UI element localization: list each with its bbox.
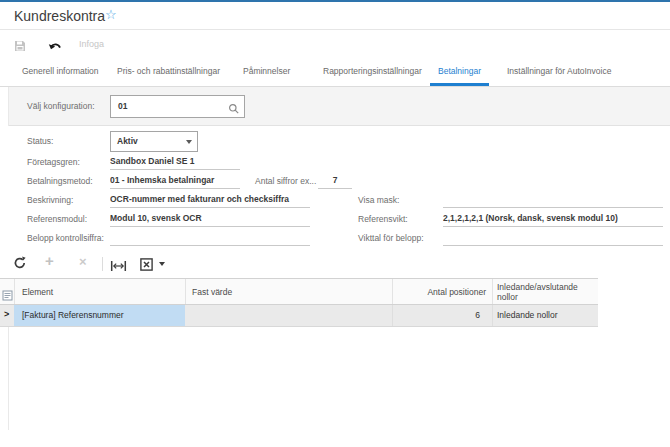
amount-weight-field[interactable] (443, 230, 663, 246)
tab-generell-information[interactable]: Generell information (22, 57, 99, 86)
title-bar: Kundreskontra ☆ (0, 2, 670, 30)
row-separator (492, 305, 493, 326)
page-title: Kundreskontra (14, 8, 105, 24)
tab-rapporteringsinstallningar[interactable]: Rapporteringsinställningar (323, 57, 422, 86)
column-header-antal-positioner[interactable]: Antal positioner (392, 287, 486, 297)
payment-settings-form: Status: Aktiv Företagsgren: Sandbox Dani… (0, 126, 670, 250)
tab-paminnelser[interactable]: Påminnelser (243, 57, 290, 86)
amount-check-label: Belopp kontrollsiffra: (27, 233, 104, 243)
app-window: Kundreskontra ☆ Infoga Generell informat… (0, 0, 670, 447)
save-icon[interactable] (14, 38, 26, 56)
amount-check-field[interactable] (110, 230, 310, 246)
tab-betalningar[interactable]: Betalningar (430, 57, 489, 86)
add-row-icon[interactable]: + (45, 252, 54, 269)
grid-toolbar: + × (0, 250, 670, 278)
grid-header: Element Fast värde Antal positioner Inle… (0, 278, 598, 305)
status-dropdown[interactable]: Aktiv (110, 131, 198, 152)
description-field[interactable]: OCR-nummer med fakturanr och checksiffra (110, 192, 310, 208)
cell-element-selected[interactable]: [Faktura] Referensnummer (14, 305, 185, 326)
action-toolbar: Infoga (0, 30, 670, 58)
tab-pris-och-rabatt[interactable]: Pris- och rabattinställningar (117, 57, 220, 86)
toolbar-divider (102, 257, 103, 271)
status-label: Status: (27, 136, 53, 146)
tab-bar: Generell information Pris- och rabattins… (0, 57, 670, 87)
notes-column-icon[interactable] (2, 287, 13, 305)
insert-button[interactable]: Infoga (79, 39, 104, 49)
excel-export-icon[interactable] (140, 257, 153, 275)
show-mask-label: Visa mask: (358, 195, 399, 205)
column-separator (185, 279, 186, 304)
payment-method-field[interactable]: 01 - Inhemska betalningar (110, 173, 240, 189)
reference-weight-label: Referensvikt: (358, 214, 408, 224)
undo-icon[interactable] (48, 39, 63, 57)
branch-field[interactable]: Sandbox Daniel SE 1 (110, 154, 240, 170)
branch-label: Företagsgren: (27, 157, 80, 167)
column-separator (14, 279, 15, 304)
column-header-nollor[interactable]: Inledande/avslutande nollor (497, 282, 593, 302)
export-chevron-down-icon[interactable] (159, 262, 165, 266)
column-header-fast-varde[interactable]: Fast värde (192, 287, 232, 297)
config-value: 01 (118, 101, 127, 111)
reference-module-field[interactable]: Modul 10, svensk OCR (110, 211, 310, 227)
column-header-element[interactable]: Element (22, 287, 53, 297)
reference-module-label: Referensmodul: (27, 214, 87, 224)
payment-method-label: Betalningsmetod: (27, 176, 93, 186)
config-input[interactable]: 01 (110, 95, 245, 118)
status-value: Aktiv (117, 136, 138, 146)
amount-weight-label: Vikttal för belopp: (358, 233, 424, 243)
chevron-down-icon (186, 140, 192, 144)
tab-installningar-autoinvoice[interactable]: Inställningar för AutoInvoice (507, 57, 611, 86)
digits-label: Antal siffror ex... (255, 176, 316, 186)
configuration-band: Välj konfiguration: 01 (9, 87, 670, 126)
delete-row-icon[interactable]: × (79, 254, 87, 269)
config-label: Välj konfiguration: (27, 101, 95, 111)
table-row[interactable]: > [Faktura] Referensnummer 6 Inledande n… (0, 305, 598, 327)
fit-width-icon[interactable] (110, 258, 127, 276)
column-separator (492, 279, 493, 304)
favorite-star-icon[interactable]: ☆ (105, 7, 117, 22)
row-selector-icou: > (4, 309, 9, 319)
cell-antal-positioner[interactable]: 6 (392, 310, 480, 320)
search-icon[interactable] (228, 101, 240, 119)
digits-field[interactable]: 7 (318, 173, 352, 189)
description-label: Beskrivning: (27, 195, 73, 205)
show-mask-field[interactable] (443, 192, 663, 208)
refresh-icon[interactable] (13, 256, 27, 274)
reference-weight-field[interactable]: 2,1,2,1,2,1 (Norsk, dansk, svensk modul … (443, 211, 663, 227)
cell-nollor[interactable]: Inledande nollor (497, 310, 558, 320)
cell-element-text: [Faktura] Referensnummer (22, 310, 124, 320)
